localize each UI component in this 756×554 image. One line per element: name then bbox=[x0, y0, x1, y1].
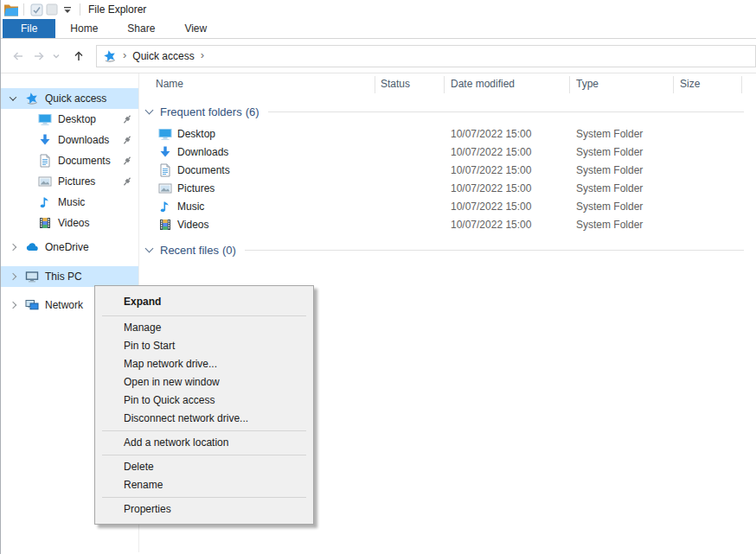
menu-item-open-in-new-window[interactable]: Open in new window bbox=[95, 373, 313, 392]
documents-icon bbox=[38, 154, 52, 168]
menu-separator bbox=[102, 315, 306, 316]
file-date-modified: 10/07/2022 15:00 bbox=[451, 182, 531, 194]
file-name: Desktop bbox=[177, 128, 215, 140]
menu-item-delete[interactable]: Delete bbox=[95, 458, 313, 476]
group-header-frequent-folders[interactable]: Frequent folders (6) bbox=[139, 103, 756, 120]
group-label: Recent files bbox=[160, 244, 219, 257]
sidebar-item-label: Videos bbox=[58, 217, 89, 229]
tab-view[interactable]: View bbox=[170, 19, 221, 38]
breadcrumb-chevron-icon: › bbox=[117, 48, 132, 63]
group-count: (6) bbox=[246, 105, 259, 118]
collapse-chevron-icon bbox=[145, 245, 154, 253]
file-explorer-logo-icon[interactable] bbox=[3, 2, 19, 17]
forward-button[interactable] bbox=[29, 46, 49, 67]
sidebar-item-label: Documents bbox=[58, 155, 111, 167]
sidebar-item-downloads[interactable]: Downloads bbox=[1, 130, 138, 150]
titlebar-separator bbox=[80, 3, 80, 16]
pictures-icon bbox=[158, 181, 172, 195]
music-icon bbox=[38, 195, 52, 209]
file-explorer-window: File Explorer File Home Share View bbox=[0, 0, 756, 554]
expand-chevron-icon[interactable] bbox=[9, 243, 17, 252]
column-header-size[interactable]: Size bbox=[680, 78, 700, 90]
column-separator[interactable] bbox=[375, 76, 375, 93]
sidebar-item-desktop[interactable]: Desktop bbox=[1, 109, 138, 130]
new-folder-button[interactable] bbox=[44, 2, 60, 17]
frequent-folders-list: Desktop 10/07/2022 15:00 System Folder D… bbox=[139, 125, 756, 234]
customize-toolbar-dropdown-icon[interactable] bbox=[60, 2, 75, 17]
file-type: System Folder bbox=[576, 219, 643, 231]
file-name: Videos bbox=[177, 219, 208, 231]
column-header-date-modified[interactable]: Date modified bbox=[451, 78, 515, 90]
sidebar-item-label: Network bbox=[45, 299, 83, 311]
navigation-bar: › Quick access › bbox=[1, 39, 756, 73]
sidebar-item-label: Pictures bbox=[58, 175, 95, 188]
music-icon bbox=[158, 200, 172, 213]
menu-item-expand[interactable]: Expand bbox=[95, 290, 313, 313]
pin-icon bbox=[122, 135, 132, 145]
sidebar-item-label: OneDrive bbox=[45, 241, 89, 253]
back-button[interactable] bbox=[8, 46, 29, 67]
expand-chevron-icon[interactable] bbox=[9, 272, 17, 281]
column-header-status[interactable]: Status bbox=[381, 78, 410, 90]
network-icon bbox=[25, 298, 39, 312]
menu-item-rename[interactable]: Rename bbox=[95, 476, 313, 494]
file-row-pictures[interactable]: Pictures 10/07/2022 15:00 System Folder bbox=[139, 180, 756, 198]
desktop-icon bbox=[38, 112, 52, 126]
sidebar-item-videos[interactable]: Videos bbox=[1, 213, 138, 233]
group-header-recent-files[interactable]: Recent files (0) bbox=[139, 241, 756, 258]
recent-locations-dropdown-icon[interactable] bbox=[49, 46, 63, 67]
menu-item-disconnect-network-drive[interactable]: Disconnect network drive... bbox=[95, 410, 313, 428]
file-row-downloads[interactable]: Downloads 10/07/2022 15:00 System Folder bbox=[139, 143, 756, 162]
sidebar-item-documents[interactable]: Documents bbox=[1, 150, 138, 171]
address-bar[interactable]: › Quick access › bbox=[96, 45, 756, 67]
column-header-type[interactable]: Type bbox=[576, 78, 599, 90]
sidebar-item-onedrive[interactable]: OneDrive bbox=[1, 237, 138, 258]
videos-icon bbox=[38, 216, 52, 230]
file-row-desktop[interactable]: Desktop 10/07/2022 15:00 System Folder bbox=[139, 125, 756, 143]
file-type: System Folder bbox=[576, 164, 643, 176]
title-bar: File Explorer bbox=[1, 0, 756, 19]
sidebar-item-label: Quick access bbox=[45, 92, 106, 105]
file-date-modified: 10/07/2022 15:00 bbox=[451, 164, 531, 176]
group-divider-line bbox=[268, 111, 744, 112]
documents-icon bbox=[158, 163, 172, 177]
menu-item-map-network-drive[interactable]: Map network drive... bbox=[95, 355, 313, 373]
sidebar-item-this-pc[interactable]: This PC bbox=[1, 266, 138, 287]
breadcrumb-location[interactable]: Quick access bbox=[132, 50, 194, 62]
column-separator[interactable] bbox=[741, 76, 742, 93]
tab-file[interactable]: File bbox=[3, 19, 55, 38]
column-separator[interactable] bbox=[673, 76, 674, 93]
column-separator[interactable] bbox=[444, 76, 445, 93]
tab-home[interactable]: Home bbox=[55, 19, 112, 38]
expand-chevron-icon[interactable] bbox=[9, 301, 17, 309]
file-row-documents[interactable]: Documents 10/07/2022 15:00 System Folder bbox=[139, 162, 756, 180]
tab-share[interactable]: Share bbox=[112, 19, 170, 38]
sidebar-item-quick-access[interactable]: Quick access bbox=[1, 88, 138, 109]
file-type: System Folder bbox=[576, 182, 643, 194]
sidebar-item-label: This PC bbox=[45, 271, 82, 283]
sidebar-item-music[interactable]: Music bbox=[1, 192, 138, 213]
menu-separator bbox=[102, 455, 306, 455]
menu-item-properties[interactable]: Properties bbox=[95, 500, 313, 519]
up-button[interactable] bbox=[68, 46, 89, 67]
column-header-name[interactable]: Name bbox=[156, 78, 183, 90]
menu-item-add-a-network-location[interactable]: Add a network location bbox=[95, 434, 313, 452]
menu-item-pin-to-quick-access[interactable]: Pin to Quick access bbox=[95, 392, 313, 410]
collapse-chevron-icon[interactable] bbox=[9, 94, 17, 103]
menu-item-pin-to-start[interactable]: Pin to Start bbox=[95, 337, 313, 355]
videos-icon bbox=[158, 218, 172, 232]
file-row-videos[interactable]: Videos 10/07/2022 15:00 System Folder bbox=[139, 216, 756, 234]
pin-icon bbox=[122, 156, 132, 166]
file-row-music[interactable]: Music 10/07/2022 15:00 System Folder bbox=[139, 198, 756, 216]
pin-icon bbox=[122, 176, 132, 187]
properties-button[interactable] bbox=[29, 2, 44, 17]
file-date-modified: 10/07/2022 15:00 bbox=[451, 146, 531, 158]
sidebar-item-pictures[interactable]: Pictures bbox=[1, 171, 138, 192]
window-title: File Explorer bbox=[88, 3, 146, 16]
pin-icon bbox=[122, 114, 132, 124]
file-name: Pictures bbox=[177, 182, 215, 194]
menu-item-manage[interactable]: Manage bbox=[95, 319, 313, 337]
sidebar-item-label: Desktop bbox=[58, 113, 96, 125]
context-menu: Expand Manage Pin to Start Map network d… bbox=[94, 285, 314, 525]
column-separator[interactable] bbox=[569, 76, 570, 93]
